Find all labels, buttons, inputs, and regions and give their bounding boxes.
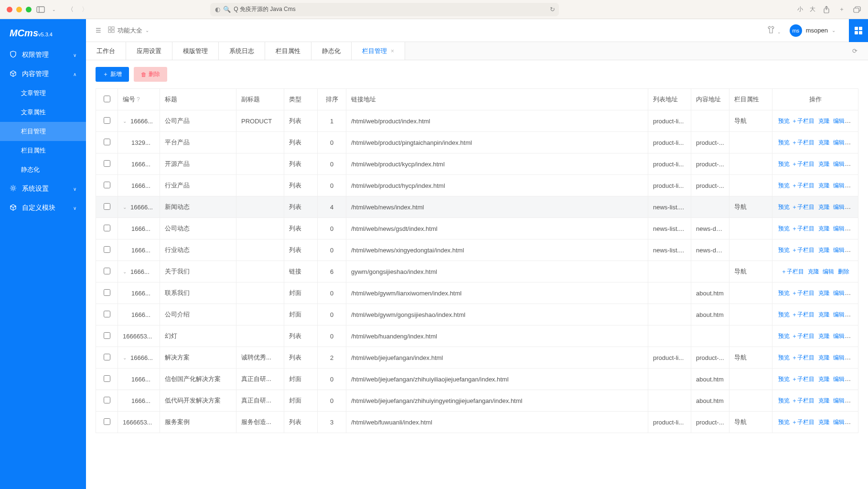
clone-link[interactable]: 克隆 bbox=[818, 333, 830, 339]
back-button[interactable]: 〈 bbox=[66, 5, 75, 14]
menu-collapse-icon[interactable]: ☰ bbox=[96, 27, 101, 34]
table-row[interactable]: 1666... 行业动态 列表 0 /html/web/news/xingyed… bbox=[96, 239, 858, 261]
sidebar-item[interactable]: 栏目管理 bbox=[0, 122, 86, 141]
chevron-down-icon[interactable]: ⌄ bbox=[123, 355, 129, 360]
url-bar[interactable]: ◐ 🔍 Q 免疫开源的 Java Cms ↻ bbox=[210, 3, 559, 16]
row-checkbox[interactable] bbox=[104, 289, 110, 296]
close-icon[interactable]: × bbox=[391, 48, 394, 54]
row-checkbox[interactable] bbox=[104, 182, 110, 188]
edit-link[interactable]: 编辑 bbox=[833, 290, 845, 296]
sub-category-link[interactable]: ＋子栏目 bbox=[792, 161, 814, 167]
sub-category-link[interactable]: ＋子栏目 bbox=[792, 204, 814, 210]
sub-category-link[interactable]: ＋子栏目 bbox=[781, 268, 804, 275]
clone-link[interactable]: 克隆 bbox=[818, 376, 830, 382]
tab[interactable]: 栏目管理× bbox=[352, 42, 405, 60]
sidebar-item[interactable]: 文章属性 bbox=[0, 103, 86, 122]
edit-link[interactable]: 编辑 bbox=[833, 376, 845, 382]
preview-link[interactable]: 预览 bbox=[778, 376, 790, 382]
row-checkbox[interactable] bbox=[104, 268, 110, 274]
clone-link[interactable]: 克隆 bbox=[818, 419, 830, 425]
row-checkbox[interactable] bbox=[104, 203, 110, 210]
add-button[interactable]: ＋新增 bbox=[96, 67, 129, 82]
text-size-small[interactable]: 小 bbox=[797, 5, 803, 13]
table-row[interactable]: 1666... 公司动态 列表 0 /html/web/news/gsdt/in… bbox=[96, 218, 858, 239]
edit-link[interactable]: 编辑 bbox=[833, 182, 845, 189]
clone-link[interactable]: 克隆 bbox=[818, 225, 830, 232]
new-tab-icon[interactable]: ＋ bbox=[837, 5, 846, 14]
preview-link[interactable]: 预览 bbox=[778, 225, 790, 232]
clone-link[interactable]: 克隆 bbox=[818, 311, 830, 318]
table-row[interactable]: 1666... 低代码开发解决方案 真正自研... 封面 0 /html/web… bbox=[96, 390, 858, 412]
sub-category-link[interactable]: ＋子栏目 bbox=[792, 139, 814, 146]
sidebar-group[interactable]: 内容管理∧ bbox=[0, 65, 86, 84]
sidebar-group[interactable]: 自定义模块∨ bbox=[0, 198, 86, 217]
grid-apps-button[interactable] bbox=[849, 19, 868, 42]
table-row[interactable]: 1666653... 幻灯 列表 0 /html/web/huandeng/in… bbox=[96, 326, 858, 347]
preview-link[interactable]: 预览 bbox=[778, 118, 790, 124]
clone-link[interactable]: 克隆 bbox=[818, 204, 830, 210]
clone-link[interactable]: 克隆 bbox=[818, 290, 830, 296]
edit-link[interactable]: 编辑 bbox=[833, 225, 845, 232]
select-all-checkbox[interactable] bbox=[104, 96, 110, 102]
clone-link[interactable]: 克隆 bbox=[808, 268, 819, 275]
clone-link[interactable]: 克隆 bbox=[818, 354, 830, 361]
sidebar-item[interactable]: 文章管理 bbox=[0, 84, 86, 103]
row-checkbox[interactable] bbox=[104, 418, 110, 425]
table-row[interactable]: ⌄16666... 新闻动态 列表 4 /html/web/news/index… bbox=[96, 196, 858, 218]
row-checkbox[interactable] bbox=[104, 354, 110, 360]
sub-category-link[interactable]: ＋子栏目 bbox=[792, 247, 814, 253]
table-row[interactable]: 1666... 公司介绍 封面 0 /html/web/gywm/gongsij… bbox=[96, 304, 858, 326]
help-icon[interactable]: ? bbox=[137, 96, 140, 103]
table-row[interactable]: ⌄1666... 关于我们 链接 6 gywm/gongsijieshao/in… bbox=[96, 261, 858, 283]
preview-link[interactable]: 预览 bbox=[778, 139, 790, 146]
row-checkbox[interactable] bbox=[104, 160, 110, 167]
preview-link[interactable]: 预览 bbox=[778, 182, 790, 189]
table-row[interactable]: 1666... 联系我们 封面 0 /html/web/gywm/lianxiw… bbox=[96, 283, 858, 304]
tab[interactable]: 系统日志 bbox=[219, 42, 265, 60]
edit-link[interactable]: 编辑 bbox=[833, 247, 845, 253]
close-window-button[interactable] bbox=[7, 7, 12, 12]
sub-category-link[interactable]: ＋子栏目 bbox=[792, 333, 814, 339]
preview-link[interactable]: 预览 bbox=[778, 247, 790, 253]
edit-link[interactable]: 编辑 bbox=[833, 161, 845, 167]
chevron-down-icon[interactable]: ⌄ bbox=[123, 119, 129, 124]
delete-button[interactable]: 🗑删除 bbox=[134, 67, 167, 82]
preview-link[interactable]: 预览 bbox=[778, 333, 790, 339]
table-row[interactable]: 1666... 开源产品 列表 0 /html/web/product/kycp… bbox=[96, 153, 858, 175]
tab[interactable]: 工作台 bbox=[86, 42, 126, 60]
tab[interactable]: 模版管理 bbox=[172, 42, 219, 60]
sub-category-link[interactable]: ＋子栏目 bbox=[792, 397, 814, 404]
clone-link[interactable]: 克隆 bbox=[818, 182, 830, 189]
sidebar-group[interactable]: 系统设置∨ bbox=[0, 179, 86, 198]
sub-category-link[interactable]: ＋子栏目 bbox=[792, 225, 814, 232]
tab[interactable]: 静态化 bbox=[311, 42, 352, 60]
table-row[interactable]: 1329... 平台产品 列表 0 /html/web/product/ping… bbox=[96, 132, 858, 153]
delete-link[interactable]: 删除 bbox=[838, 268, 849, 275]
sidebar-toggle-icon[interactable] bbox=[36, 5, 45, 14]
chevron-down-icon[interactable]: ⌄ bbox=[123, 205, 129, 210]
chevron-down-icon[interactable]: ⌄ bbox=[123, 269, 129, 274]
tab[interactable]: 应用设置 bbox=[126, 42, 172, 60]
edit-link[interactable]: 编辑 bbox=[833, 419, 845, 425]
row-checkbox[interactable] bbox=[104, 332, 110, 339]
edit-link[interactable]: 编辑 bbox=[833, 118, 845, 124]
edit-link[interactable]: 编辑 bbox=[833, 333, 845, 339]
preview-link[interactable]: 预览 bbox=[778, 290, 790, 296]
share-icon[interactable] bbox=[822, 5, 831, 14]
sub-category-link[interactable]: ＋子栏目 bbox=[792, 182, 814, 189]
sidebar-item[interactable]: 栏目属性 bbox=[0, 141, 86, 160]
row-checkbox[interactable] bbox=[104, 139, 110, 145]
table-row[interactable]: 1666653... 服务案例 服务创造... 列表 3 /html/web/f… bbox=[96, 412, 858, 433]
table-row[interactable]: ⌄16666... 解决方案 诚聘优秀... 列表 2 /html/web/ji… bbox=[96, 347, 858, 369]
row-checkbox[interactable] bbox=[104, 225, 110, 231]
row-checkbox[interactable] bbox=[104, 397, 110, 403]
row-checkbox[interactable] bbox=[104, 375, 110, 382]
edit-link[interactable]: 编辑 bbox=[833, 139, 845, 146]
tabs-overview-icon[interactable] bbox=[853, 5, 861, 14]
table-row[interactable]: ⌄16666... 公司产品 PRODUCT 列表 1 /html/web/pr… bbox=[96, 110, 858, 132]
preview-link[interactable]: 预览 bbox=[778, 204, 790, 210]
sub-category-link[interactable]: ＋子栏目 bbox=[792, 419, 814, 425]
row-checkbox[interactable] bbox=[104, 246, 110, 253]
forward-button[interactable]: 〉 bbox=[80, 5, 89, 14]
sub-category-link[interactable]: ＋子栏目 bbox=[792, 290, 814, 296]
